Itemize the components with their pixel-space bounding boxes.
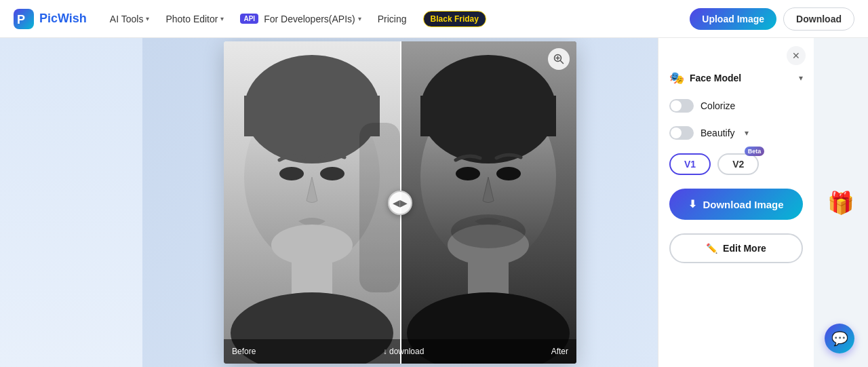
v2-button[interactable]: V2 <box>717 153 759 175</box>
close-button[interactable]: ✕ <box>787 46 806 65</box>
nav-developers[interactable]: API For Developers(APIs) ▾ <box>233 9 368 28</box>
version-row: V1 Beta V2 <box>669 153 803 175</box>
download-button[interactable]: Download <box>783 7 854 31</box>
logo-text: PicWish <box>39 12 87 26</box>
svg-rect-15 <box>420 96 556 136</box>
canvas-area: ◀▶ Before ↓ download After <box>142 38 658 367</box>
chat-icon: 💬 <box>831 330 848 347</box>
after-image <box>400 41 576 364</box>
pricing-label: Pricing <box>378 14 407 24</box>
edit-more-label: Edit More <box>723 243 766 254</box>
upload-image-button[interactable]: Upload Image <box>690 8 776 30</box>
ai-tools-chevron-icon: ▾ <box>146 15 149 22</box>
colorize-label: Colorize <box>701 100 735 111</box>
zoom-icon[interactable] <box>548 48 570 70</box>
face-model-label: Face Model <box>690 73 793 83</box>
edit-more-button[interactable]: ✏️ Edit More <box>669 233 803 263</box>
developers-label: For Developers(APIs) <box>264 14 355 24</box>
svg-line-23 <box>561 61 564 64</box>
far-right-panel: 🎁 <box>814 38 868 367</box>
face-model-chevron-icon[interactable]: ▾ <box>799 73 803 83</box>
download-icon: ⬇ <box>688 198 697 210</box>
right-panel: ✕ 🎭 Face Model ▾ Colorize Beautify ▾ V1 <box>658 38 814 367</box>
chat-button[interactable]: 💬 <box>825 324 854 353</box>
beta-badge: Beta <box>745 147 765 156</box>
main-area: ◀▶ Before ↓ download After ✕ 🎭 <box>0 38 868 367</box>
v1-button[interactable]: V1 <box>669 153 711 175</box>
main-nav: AI Tools ▾ Photo Editor ▾ API For Develo… <box>103 7 673 31</box>
beautify-toggle-knob <box>671 128 682 138</box>
beautify-row: Beautify ▾ <box>669 126 803 140</box>
nav-pricing[interactable]: Pricing <box>371 9 414 28</box>
header-actions: Upload Image Download <box>690 7 854 31</box>
svg-text:P: P <box>17 13 25 26</box>
svg-point-17 <box>496 167 521 180</box>
after-label: After <box>551 347 568 356</box>
nav-ai-tools[interactable]: AI Tools ▾ <box>103 9 157 28</box>
photo-editor-chevron-icon: ▾ <box>220 15 224 22</box>
before-face-svg <box>224 41 400 364</box>
logo[interactable]: P PicWish <box>14 9 87 29</box>
face-model-row: 🎭 Face Model ▾ <box>669 71 803 85</box>
download-hint: ↓ download <box>383 347 425 356</box>
nav-black-friday[interactable]: Black Friday <box>416 7 493 31</box>
gift-icon[interactable]: 🎁 <box>827 190 854 216</box>
after-face-svg <box>400 41 576 364</box>
download-image-label: Download Image <box>703 199 783 210</box>
before-image <box>224 41 400 364</box>
image-container: ◀▶ Before ↓ download After <box>224 41 576 364</box>
colorize-toggle-knob <box>671 100 682 111</box>
before-label: Before <box>232 347 256 356</box>
beautify-label: Beautify <box>701 128 735 138</box>
edit-more-icon: ✏️ <box>706 243 717 254</box>
ai-tools-label: AI Tools <box>110 14 144 24</box>
svg-point-6 <box>279 167 304 180</box>
black-friday-badge: Black Friday <box>423 11 486 27</box>
header: P PicWish AI Tools ▾ Photo Editor ▾ API … <box>0 0 868 38</box>
v2-wrapper: Beta V2 <box>717 153 759 175</box>
api-badge: API <box>240 14 258 24</box>
svg-point-7 <box>320 167 344 180</box>
beautify-toggle[interactable] <box>669 126 694 140</box>
face-model-icon: 🎭 <box>669 71 684 85</box>
svg-rect-5 <box>244 96 380 136</box>
svg-point-16 <box>456 167 480 180</box>
svg-point-21 <box>451 214 526 248</box>
compare-drag-handle[interactable]: ◀▶ <box>388 191 412 215</box>
download-image-button[interactable]: ⬇ Download Image <box>669 189 803 220</box>
nav-photo-editor[interactable]: Photo Editor ▾ <box>159 9 231 28</box>
colorize-row: Colorize <box>669 99 803 113</box>
logo-icon: P <box>14 9 34 29</box>
photo-editor-label: Photo Editor <box>165 14 218 24</box>
left-panel <box>0 38 142 367</box>
colorize-toggle[interactable] <box>669 99 694 113</box>
developers-chevron-icon: ▾ <box>358 15 361 22</box>
beautify-chevron-icon[interactable]: ▾ <box>745 128 749 138</box>
